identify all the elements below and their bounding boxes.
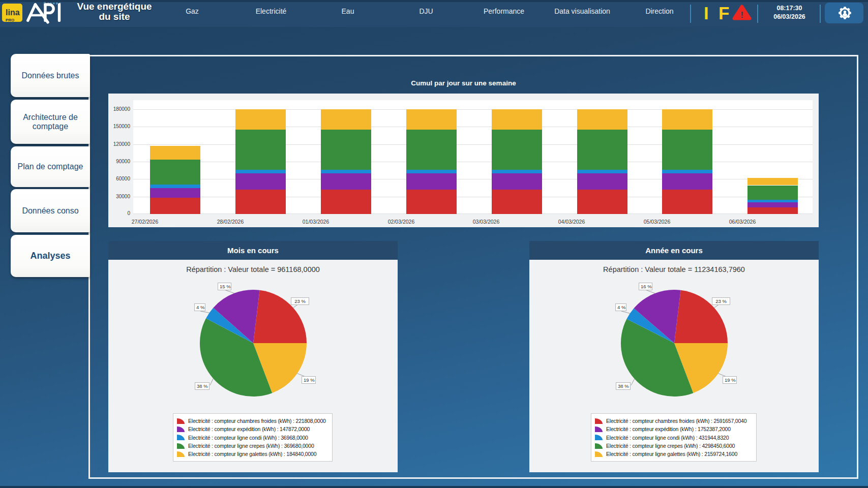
svg-text:!: ! — [740, 10, 743, 20]
